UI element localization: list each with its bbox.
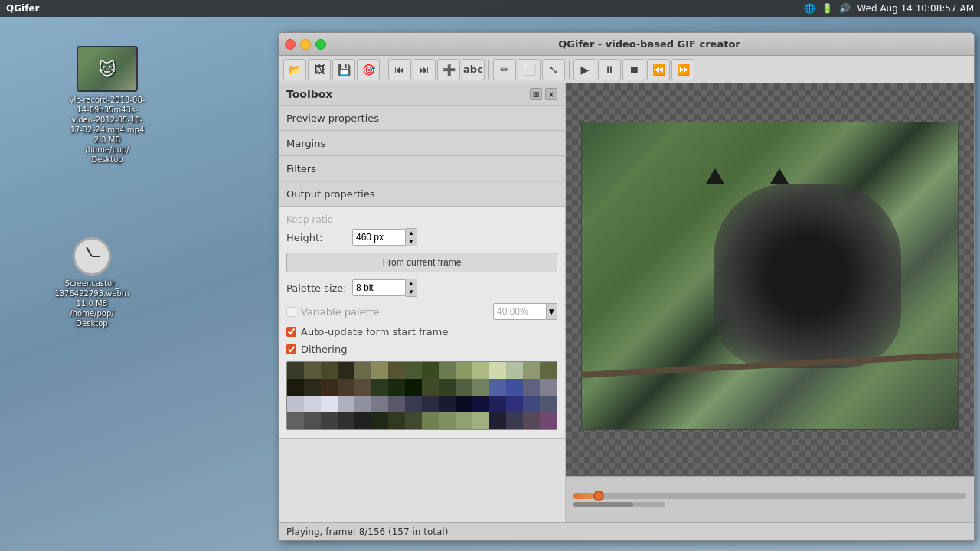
open-video-button[interactable]: 📂 (283, 59, 306, 80)
volume-fill (573, 502, 633, 507)
palette-cell (472, 379, 489, 396)
palette-size-row: Palette size: ▲ ▼ (286, 279, 557, 297)
palette-cell (338, 362, 354, 379)
variable-palette-checkbox[interactable] (286, 307, 296, 317)
palette-cell (523, 379, 540, 396)
prev-frame-button[interactable]: ⏪ (647, 59, 670, 80)
statusbar: Playing, frame: 8/156 (157 in total) (279, 522, 974, 540)
pause-button[interactable]: ⏸ (598, 59, 621, 80)
palette-cell (388, 379, 405, 396)
toolbox-content[interactable]: Preview properties Margins Filters Outpu… (279, 106, 565, 522)
system-topbar: QGifer 🌐 🔋 🔊 Wed Aug 14 10:08:57 AM (0, 0, 980, 17)
maximize-button[interactable] (315, 39, 326, 50)
palette-cell (439, 379, 456, 396)
palette-cell (287, 412, 304, 429)
progress-fill (573, 493, 593, 499)
next-frame-button[interactable]: ⏩ (671, 59, 694, 80)
volume-row (573, 502, 966, 507)
palette-cell (523, 412, 540, 429)
from-current-frame-button[interactable]: From current frame (286, 253, 557, 272)
palette-cell (506, 379, 523, 396)
frame-tools-button[interactable]: 🎯 (357, 59, 380, 80)
height-decrement[interactable]: ▼ (406, 237, 416, 246)
palette-cell (456, 396, 472, 412)
palette-cell (405, 379, 422, 396)
add-frame-button[interactable]: ➕ (437, 59, 460, 80)
resize-button[interactable]: ⤡ (542, 59, 565, 80)
video-progress-bar[interactable] (573, 493, 966, 499)
palette-cell (371, 412, 388, 429)
close-button[interactable] (285, 39, 296, 50)
section-margins[interactable]: Margins (279, 131, 565, 156)
progress-thumb[interactable] (593, 491, 604, 501)
palette-cell (523, 396, 540, 412)
palette-cell (304, 412, 321, 429)
draw-button[interactable]: ✏ (493, 59, 516, 80)
palette-cell (540, 362, 557, 379)
palette-size-input[interactable] (352, 279, 406, 296)
toolbar-sep-2 (488, 60, 489, 79)
palette-cell (540, 396, 557, 412)
height-input[interactable] (352, 229, 406, 246)
palette-cell (388, 396, 405, 412)
toolbar-sep-3 (569, 60, 570, 79)
palette-cell (422, 362, 439, 379)
section-output-properties[interactable]: Output properties (279, 181, 565, 207)
palette-cell (371, 362, 388, 379)
app-window: QGifer - video-based GIF creator 📂 🖼 💾 🎯… (278, 32, 975, 541)
desktop-icon-screencast[interactable]: Screencastor_1376492793.webm11.0 MB/home… (46, 237, 138, 328)
toolbox-float-button[interactable]: ⊞ (530, 88, 542, 100)
toolbox-close-button[interactable]: × (545, 88, 557, 100)
palette-size-decrement[interactable]: ▼ (406, 288, 416, 296)
text-tool-button[interactable]: abc (462, 59, 485, 80)
section-filters[interactable]: Filters (279, 156, 565, 181)
palette-cell (287, 362, 304, 379)
pct-arrow-btn[interactable]: ▼ (547, 303, 557, 320)
save-button[interactable]: 💾 (332, 59, 355, 80)
palette-cell (422, 396, 439, 412)
palette-cell (439, 412, 456, 429)
keep-ratio-text: Keep ratio (286, 214, 333, 225)
palette-cell (472, 412, 489, 429)
palette-cell (439, 396, 456, 412)
main-content: Toolbox ⊞ × Preview properties Margins F… (279, 83, 974, 522)
prev-marker-button[interactable]: ⏮ (388, 59, 411, 80)
palette-cell (388, 412, 405, 429)
next-marker-button[interactable]: ⏭ (413, 59, 436, 80)
desktop-icon-vlc[interactable]: vlc-record-2013-08-14-09h35m43s-video-20… (61, 46, 153, 165)
progress-bar-row (573, 493, 966, 499)
height-row: Height: ▲ ▼ (286, 228, 557, 246)
screencast-clock-icon (73, 237, 111, 276)
palette-cell (472, 362, 489, 379)
open-frame-button[interactable]: 🖼 (308, 59, 331, 80)
toolbox-title: Toolbox (286, 88, 332, 100)
variable-palette-pct-input[interactable] (493, 303, 547, 320)
clock-display: Wed Aug 14 10:08:57 AM (857, 3, 974, 14)
play-button[interactable]: ▶ (573, 59, 596, 80)
dithering-checkbox[interactable] (286, 344, 296, 354)
color-palette (286, 361, 557, 430)
palette-cell (321, 379, 338, 396)
battery-icon: 🔋 (822, 3, 833, 14)
dithering-label: Dithering (301, 344, 347, 355)
toolbox-header-icons: ⊞ × (530, 88, 557, 100)
auto-update-checkbox[interactable] (286, 327, 296, 337)
palette-cell (523, 362, 540, 379)
palette-cell (321, 396, 338, 412)
minimize-button[interactable] (300, 39, 311, 50)
video-panel (566, 83, 974, 522)
app-name: QGifer (6, 3, 39, 14)
palette-cell (304, 396, 321, 412)
stop-button[interactable]: ⏹ (622, 59, 645, 80)
height-increment[interactable]: ▲ (406, 229, 416, 237)
crop-button[interactable]: ⬜ (518, 59, 541, 80)
palette-cell (506, 396, 523, 412)
section-filters-label: Filters (286, 163, 316, 174)
section-preview-properties[interactable]: Preview properties (279, 106, 565, 131)
window-title: QGifer - video-based GIF creator (331, 38, 968, 50)
palette-cell (456, 379, 472, 396)
palette-size-increment[interactable]: ▲ (406, 279, 416, 288)
volume-bar[interactable] (573, 502, 665, 507)
keep-ratio-row: Keep ratio (286, 214, 557, 225)
palette-cell (287, 396, 304, 412)
